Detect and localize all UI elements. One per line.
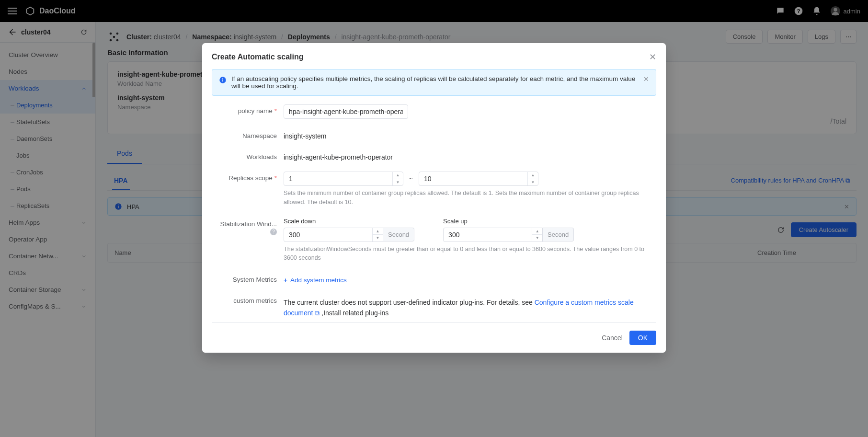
max-spinner[interactable]: ▲▼ <box>527 172 538 185</box>
create-hpa-modal: Create Automatic scaling ✕ If an autosca… <box>202 43 666 353</box>
cancel-button[interactable]: Cancel <box>602 334 623 342</box>
scale-up-spinner[interactable]: ▲▼ <box>532 228 542 242</box>
replicas-max-input[interactable] <box>419 172 538 186</box>
workloads-static: insight-agent-kube-prometh-operator <box>284 150 656 161</box>
label-workloads: Workloads <box>212 150 284 161</box>
modal-title: Create Automatic scaling <box>212 53 303 61</box>
unit-second: Second <box>383 228 414 242</box>
scale-up-label: Scale up <box>443 218 588 225</box>
unit-second: Second <box>543 228 574 242</box>
modal-info-banner: If an autoscaling policy specifies multi… <box>212 69 656 96</box>
help-icon[interactable]: ? <box>270 229 277 235</box>
label-namespace: Namespace <box>212 129 284 139</box>
policy-name-input[interactable] <box>284 104 408 119</box>
modal-info-close[interactable]: ✕ <box>643 75 649 83</box>
scale-down-spinner[interactable]: ▲▼ <box>372 228 383 242</box>
scale-up-input[interactable] <box>443 228 543 242</box>
ok-button[interactable]: OK <box>629 331 656 345</box>
label-replicas: Replicas scope* <box>212 172 284 182</box>
label-custom-metrics: custom metrics <box>212 294 284 304</box>
modal-close-button[interactable]: ✕ <box>649 52 656 62</box>
info-icon <box>219 76 227 84</box>
svg-point-14 <box>222 78 223 79</box>
modal-overlay[interactable]: Create Automatic scaling ✕ If an autosca… <box>0 0 868 437</box>
min-spinner[interactable]: ▲▼ <box>392 172 403 185</box>
label-stabilization: Stabilization Wind... ? <box>212 218 284 235</box>
namespace-static: insight-system <box>284 129 656 140</box>
replicas-min-input[interactable] <box>284 172 403 186</box>
label-policy-name: policy name* <box>212 104 284 115</box>
svg-rect-13 <box>222 80 223 82</box>
scale-down-input[interactable] <box>284 228 383 242</box>
stab-hint: The stabilizationWindowSeconds must be g… <box>284 245 656 263</box>
scale-down-label: Scale down <box>284 218 429 225</box>
replicas-hint: Sets the minimum number of container gro… <box>284 189 656 207</box>
add-system-metrics-link[interactable]: + Add system metrics <box>284 276 347 284</box>
label-system-metrics: System Metrics <box>212 273 284 283</box>
